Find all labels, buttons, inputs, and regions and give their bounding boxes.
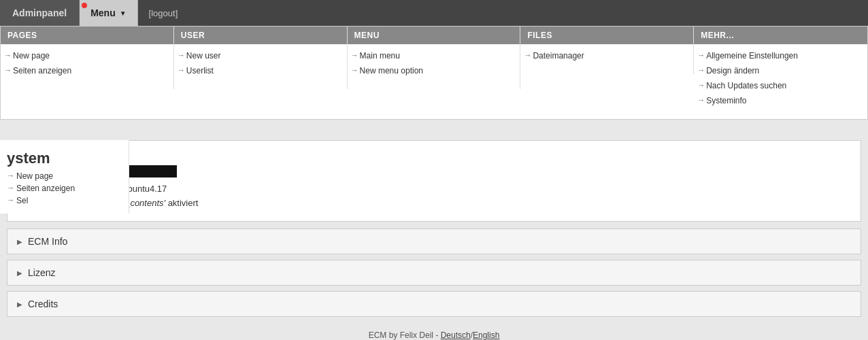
pages-header: PAGES [1, 27, 173, 44]
footer-credits: ECM by Felix Deil - Deutsch/English [8, 330, 860, 340]
menu-item-new-page[interactable]: New page [1, 48, 173, 63]
accordion-ecm-info-header[interactable]: ▶ ECM Info [7, 229, 861, 254]
dropdown-col-menu: MENU Main menu New menu option [348, 27, 521, 89]
menu-item-dateimanager[interactable]: Dateimanager [520, 48, 693, 63]
accordion-lizenz: ▶ Lizenz [7, 260, 861, 286]
brand-label: Adminpanel [0, 0, 80, 26]
accordion-credits: ▶ Credits [7, 291, 861, 317]
chevron-right-icon: ▶ [17, 238, 22, 245]
accordion-credits-header[interactable]: ▶ Credits [7, 292, 861, 316]
logout-button[interactable]: [logout] [138, 0, 189, 26]
menu-item-new-menu-option[interactable]: New menu option [348, 63, 520, 78]
mehr-header: MEHR... [694, 27, 867, 44]
menu-button[interactable]: Menu ▼ [80, 0, 137, 26]
menu-item-userlist[interactable]: Userlist [174, 63, 347, 78]
menu-header: MENU [348, 27, 520, 44]
files-header: FILES [520, 27, 693, 44]
nav-new-page[interactable]: New page [7, 170, 122, 182]
chevron-right-icon: ▶ [17, 301, 22, 308]
page-background: ystem New page Seiten anzeigen Sel Host:… [0, 140, 868, 340]
menu-item-systeminfo[interactable]: Systeminfo [694, 93, 867, 108]
page-title: ystem [0, 144, 129, 167]
dropdown-col-files: FILES Dateimanager [520, 27, 694, 74]
menu-item-design-aendern[interactable]: Design ändern [694, 63, 867, 78]
user-header: USER [174, 27, 347, 44]
dropdown-col-user: USER New user Userlist [174, 27, 348, 89]
accordion-credits-label: Credits [28, 299, 58, 309]
nav-sel[interactable]: Sel [7, 194, 122, 207]
menu-item-main-menu[interactable]: Main menu [348, 48, 520, 63]
sysinfo-box: Host: Admin: PHP-Version: 5.3.2-1ubuntu4… [7, 140, 861, 222]
footer-lang-en[interactable]: English [473, 330, 499, 340]
menu-item-seiten-anzeigen[interactable]: Seiten anzeigen [1, 63, 173, 78]
dropdown-panel: PAGES New page Seiten anzeigen USER New … [0, 26, 868, 120]
topbar: Adminpanel Menu ▼ [logout] [0, 0, 868, 26]
menu-item-updates[interactable]: Nach Updates suchen [694, 78, 867, 93]
accordion-ecm-info-label: ECM Info [28, 236, 67, 247]
menu-item-allgemeine-einstellungen[interactable]: Allgemeine Einstellungen [694, 48, 867, 63]
accordion-lizenz-label: Lizenz [28, 267, 55, 278]
notification-dot [82, 3, 87, 8]
accordion-ecm-info: ▶ ECM Info [7, 228, 861, 254]
menu-arrow-icon: ▼ [120, 10, 127, 17]
footer-text: ECM by Felix Deil - [369, 330, 441, 340]
footer-lang-de[interactable]: Deutsch [441, 330, 471, 340]
dropdown-menu: PAGES New page Seiten anzeigen USER New … [0, 26, 868, 120]
menu-item-new-user[interactable]: New user [174, 48, 347, 63]
footer: ECM by Felix Deil - Deutsch/English Vers… [0, 322, 868, 340]
host-text: Host: [18, 148, 850, 158]
dropdown-col-mehr: MEHR... Allgemeine Einstellungen Design … [694, 27, 867, 119]
menu-label: Menu [90, 7, 116, 18]
nav-seiten-anzeigen[interactable]: Seiten anzeigen [7, 182, 122, 194]
chevron-right-icon: ▶ [17, 269, 22, 277]
page-subnav: New page Seiten anzeigen Sel [0, 167, 129, 209]
dropdown-col-pages: PAGES New page Seiten anzeigen [1, 27, 174, 89]
accordion-lizenz-header[interactable]: ▶ Lizenz [7, 260, 861, 285]
